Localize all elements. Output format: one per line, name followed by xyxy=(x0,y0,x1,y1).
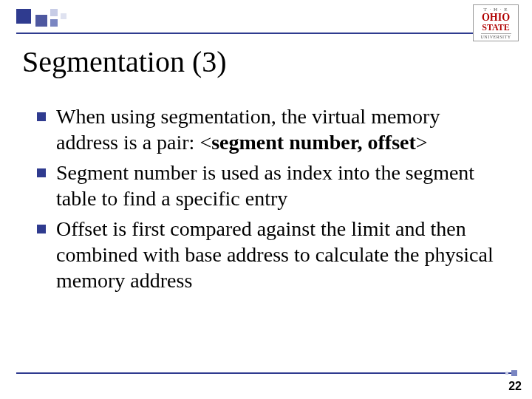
bullet-text-post: > xyxy=(416,131,428,154)
bullet-marker-icon xyxy=(37,225,46,233)
bullet-text-pre: Segment number is used as index into the… xyxy=(56,161,474,210)
slide: T · H · E OHIO STATE UNIVERSITY Segmenta… xyxy=(0,0,532,399)
deco-square xyxy=(50,19,58,27)
bullet-item: Offset is first compared against the lim… xyxy=(37,216,495,293)
bullet-item: When using segmentation, the virtual mem… xyxy=(37,103,495,155)
slide-body: When using segmentation, the virtual mem… xyxy=(37,103,495,298)
bullet-item: Segment number is used as index into the… xyxy=(37,160,495,211)
slide-title: Segmentation (3) xyxy=(22,44,227,79)
logo-line: UNIVERSITY xyxy=(481,33,511,39)
bullet-text-pre: Offset is first compared against the lim… xyxy=(56,217,494,292)
bullet-text-bold: segment number, offset xyxy=(211,131,416,154)
bullet-text: When using segmentation, the virtual mem… xyxy=(56,103,495,155)
ohio-state-logo: T · H · E OHIO STATE UNIVERSITY xyxy=(473,4,519,41)
logo-line: OHIO xyxy=(482,13,510,23)
bullet-text: Segment number is used as index into the… xyxy=(56,160,495,211)
footer-rule xyxy=(16,372,516,374)
deco-square xyxy=(35,15,47,27)
deco-square xyxy=(61,13,66,19)
bullet-text: Offset is first compared against the lim… xyxy=(56,216,495,293)
page-number: 22 xyxy=(508,380,522,393)
logo-line: STATE xyxy=(482,23,510,32)
bullet-marker-icon xyxy=(37,168,46,177)
header-rule xyxy=(16,33,516,34)
deco-square xyxy=(50,9,58,16)
bullet-marker-icon xyxy=(37,112,46,121)
deco-square xyxy=(16,9,31,24)
header-decoration xyxy=(16,9,134,38)
